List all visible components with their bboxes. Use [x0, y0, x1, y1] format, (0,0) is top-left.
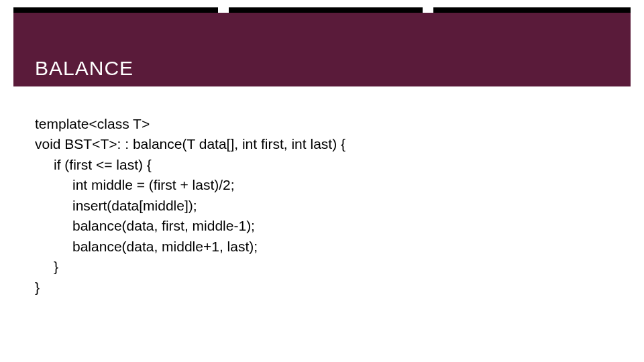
code-line: void BST<T>: : balance(T data[], int fir… [35, 134, 345, 154]
code-line: if (first <= last) { [35, 155, 345, 175]
top-accent-gap [423, 7, 433, 13]
top-accent-bar [13, 7, 631, 13]
slide-title: BALANCE [35, 57, 133, 80]
code-line: int middle = (first + last)/2; [35, 175, 345, 195]
top-accent-gap [218, 7, 229, 13]
code-block: template<class T> void BST<T>: : balance… [35, 114, 345, 298]
slide: BALANCE template<class T> void BST<T>: :… [0, 0, 644, 362]
code-line: } [35, 278, 345, 298]
code-line: template<class T> [35, 114, 345, 134]
code-line: balance(data, middle+1, last); [35, 237, 345, 257]
code-line: } [35, 257, 345, 277]
code-line: insert(data[middle]); [35, 196, 345, 216]
code-line: balance(data, first, middle-1); [35, 216, 345, 236]
